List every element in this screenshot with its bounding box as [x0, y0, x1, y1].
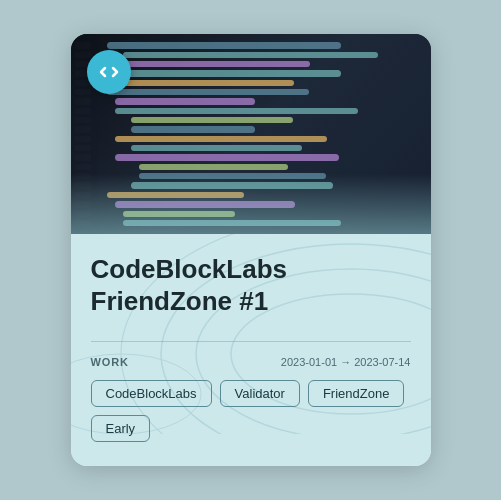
work-label: WORK	[91, 356, 129, 368]
card-body: CodeBlockLabs FriendZone #1 WORK 2023-01…	[71, 234, 431, 465]
title-line1: CodeBlockLabs	[91, 254, 288, 284]
image-overlay	[71, 174, 431, 234]
tag-item[interactable]: Validator	[220, 380, 300, 407]
divider	[91, 341, 411, 342]
meta-row: WORK 2023-01-01 → 2023-07-14	[91, 356, 411, 368]
tag-item[interactable]: CodeBlockLabs	[91, 380, 212, 407]
tags-container: CodeBlockLabsValidatorFriendZoneEarly	[91, 380, 411, 442]
tag-item[interactable]: FriendZone	[308, 380, 404, 407]
card-title: CodeBlockLabs FriendZone #1	[91, 254, 411, 316]
code-icon[interactable]	[87, 50, 131, 94]
tag-item[interactable]: Early	[91, 415, 151, 442]
project-card: CodeBlockLabs FriendZone #1 WORK 2023-01…	[71, 34, 431, 465]
card-image	[71, 34, 431, 234]
date-range: 2023-01-01 → 2023-07-14	[281, 356, 411, 368]
title-line2: FriendZone #1	[91, 286, 269, 316]
